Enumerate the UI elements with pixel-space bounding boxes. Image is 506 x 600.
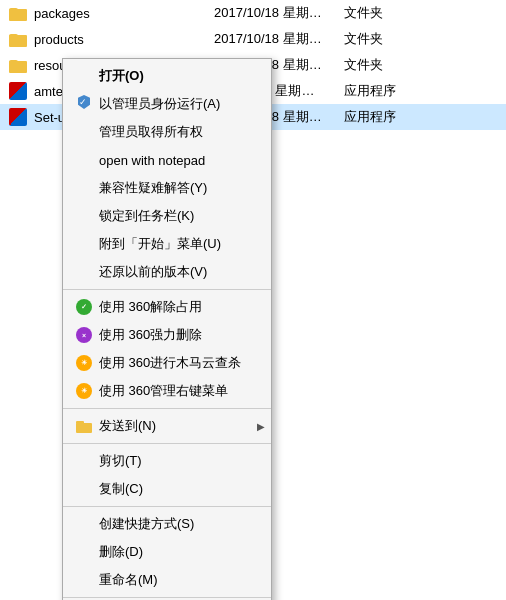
menu-item-rename[interactable]: 重命名(M) [63, 566, 271, 594]
context-menu: 打开(O)以管理员身份运行(A)管理员取得所有权open with notepa… [62, 58, 272, 600]
file-icon [8, 81, 28, 101]
menu-item-label: 删除(D) [99, 543, 255, 561]
menu-item-label: 兼容性疑难解答(Y) [99, 179, 255, 197]
menu-item-restore[interactable]: 还原以前的版本(V) [63, 258, 271, 286]
menu-item-label: 打开(O) [99, 67, 255, 85]
menu-item-label: 使用 360强力删除 [99, 326, 255, 344]
menu-item-icon [73, 122, 95, 142]
menu-item-delete[interactable]: 删除(D) [63, 538, 271, 566]
menu-item-open-notepad[interactable]: open with notepad [63, 146, 271, 174]
menu-item-label: 重命名(M) [99, 571, 255, 589]
menu-item-open[interactable]: 打开(O) [63, 62, 271, 90]
file-type: 文件夹 [344, 4, 424, 22]
menu-item-360-force-del[interactable]: ×使用 360强力删除 [63, 321, 271, 349]
menu-item-label: 使用 360解除占用 [99, 298, 255, 316]
menu-item-icon [73, 150, 95, 170]
menu-item-run-as-admin[interactable]: 以管理员身份运行(A) [63, 90, 271, 118]
file-type: 应用程序 [344, 82, 424, 100]
menu-item-icon: ☀ [73, 353, 95, 373]
file-type: 应用程序 [344, 108, 424, 126]
file-date: 2017/10/18 星期… [214, 30, 344, 48]
menu-separator [63, 597, 271, 598]
360-green-icon: ✓ [76, 299, 92, 315]
file-icon [8, 55, 28, 75]
menu-item-icon [73, 206, 95, 226]
file-icon [8, 107, 28, 127]
menu-item-icon [73, 479, 95, 499]
menu-separator [63, 443, 271, 444]
file-item-products[interactable]: products 2017/10/18 星期… 文件夹 [0, 26, 506, 52]
menu-item-create-shortcut[interactable]: 创建快捷方式(S) [63, 510, 271, 538]
menu-item-label: open with notepad [99, 153, 255, 168]
menu-item-icon [73, 542, 95, 562]
menu-item-icon [73, 514, 95, 534]
menu-item-pin-start[interactable]: 附到「开始」菜单(U) [63, 230, 271, 258]
menu-item-icon: ☀ [73, 381, 95, 401]
menu-item-360-right[interactable]: ☀使用 360管理右键菜单 [63, 377, 271, 405]
menu-item-compat[interactable]: 兼容性疑难解答(Y) [63, 174, 271, 202]
menu-item-copy[interactable]: 复制(C) [63, 475, 271, 503]
menu-item-take-owner[interactable]: 管理员取得所有权 [63, 118, 271, 146]
menu-item-label: 还原以前的版本(V) [99, 263, 255, 281]
menu-item-label: 管理员取得所有权 [99, 123, 255, 141]
menu-item-icon: ✓ [73, 297, 95, 317]
menu-item-label: 附到「开始」菜单(U) [99, 235, 255, 253]
file-name: products [34, 32, 214, 47]
menu-item-360-virus[interactable]: ☀使用 360进行木马云查杀 [63, 349, 271, 377]
menu-item-icon [73, 178, 95, 198]
menu-item-label: 发送到(N) [99, 417, 255, 435]
menu-item-send-to[interactable]: 发送到(N)▶ [63, 412, 271, 440]
menu-item-icon [73, 94, 95, 114]
submenu-arrow: ▶ [257, 421, 265, 432]
menu-item-icon [73, 570, 95, 590]
file-type: 文件夹 [344, 56, 424, 74]
menu-separator [63, 408, 271, 409]
menu-item-label: 以管理员身份运行(A) [99, 95, 255, 113]
shield-icon [76, 95, 92, 113]
menu-item-icon: × [73, 325, 95, 345]
menu-item-label: 复制(C) [99, 480, 255, 498]
360-yellow-icon: ☀ [76, 355, 92, 371]
file-date: 2017/10/18 星期… [214, 4, 344, 22]
send-icon [76, 419, 92, 433]
menu-item-icon [73, 234, 95, 254]
file-type: 文件夹 [344, 30, 424, 48]
menu-item-icon [73, 451, 95, 471]
menu-item-label: 创建快捷方式(S) [99, 515, 255, 533]
menu-item-label: 锁定到任务栏(K) [99, 207, 255, 225]
file-icon [8, 29, 28, 49]
menu-separator [63, 289, 271, 290]
menu-item-pin-taskbar[interactable]: 锁定到任务栏(K) [63, 202, 271, 230]
file-name: packages [34, 6, 214, 21]
menu-item-icon [73, 66, 95, 86]
menu-item-cut[interactable]: 剪切(T) [63, 447, 271, 475]
360-purple-icon: × [76, 327, 92, 343]
menu-item-icon [73, 262, 95, 282]
360-yellow-icon: ☀ [76, 383, 92, 399]
file-icon [8, 3, 28, 23]
menu-item-label: 剪切(T) [99, 452, 255, 470]
menu-item-label: 使用 360管理右键菜单 [99, 382, 255, 400]
menu-item-360-free[interactable]: ✓使用 360解除占用 [63, 293, 271, 321]
menu-item-icon [73, 416, 95, 436]
menu-item-label: 使用 360进行木马云查杀 [99, 354, 255, 372]
menu-separator [63, 506, 271, 507]
file-item-packages[interactable]: packages 2017/10/18 星期… 文件夹 [0, 0, 506, 26]
